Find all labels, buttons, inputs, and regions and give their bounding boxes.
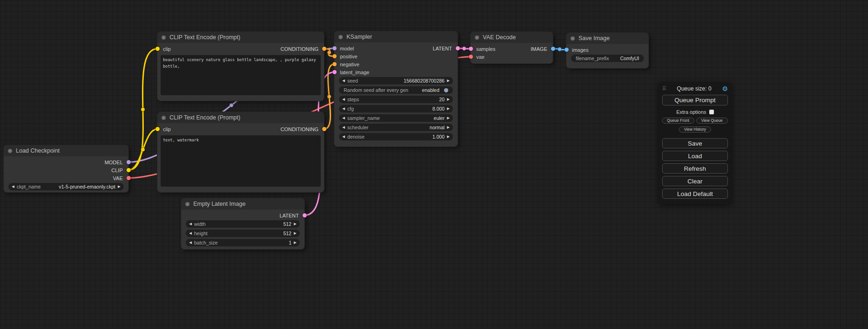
load-default-button[interactable]: Load Default [662,189,728,199]
sampler-name-widget[interactable]: ◀ sampler_name euler ▶ [339,114,453,122]
vae-input-dot[interactable] [469,55,473,59]
collapse-dot-icon[interactable] [162,35,166,40]
node-vae-decode[interactable]: VAE Decode samples IMAGE vae [471,32,553,63]
prompt-text-area[interactable]: beautiful scenery nature glass bottle la… [161,55,321,95]
increment-arrow-icon[interactable]: ▶ [294,222,296,226]
increment-arrow-icon[interactable]: ▶ [294,231,296,235]
widget-label: cfg [347,106,354,112]
output-label-conditioning: CONDITIONING [281,46,318,52]
collapse-dot-icon[interactable] [8,149,12,153]
prompt-text-area[interactable]: text, watermark [161,135,321,187]
node-clip-text-encode-negative[interactable]: CLIP Text Encode (Prompt) clip CONDITION… [157,112,324,192]
seed-widget[interactable]: ◀ seed 156680208700286 ▶ [339,77,453,84]
decrement-arrow-icon[interactable]: ◀ [342,107,345,111]
node-title-bar[interactable]: CLIP Text Encode (Prompt) [157,112,324,123]
negative-input-dot[interactable] [332,62,337,66]
decrement-arrow-icon[interactable]: ◀ [12,185,14,189]
vae-output-dot[interactable] [127,176,131,180]
widget-label: seed [347,78,358,84]
queue-menu-panel: ⠿ Queue size: 0 ⚙ Queue Prompt Extra opt… [658,82,732,204]
save-button[interactable]: Save [662,138,728,148]
scheduler-widget[interactable]: ◀ scheduler normal ▶ [339,124,453,131]
latent-image-input-dot[interactable] [332,70,337,74]
increment-arrow-icon[interactable]: ▶ [447,116,450,120]
positive-input-dot[interactable] [332,54,337,58]
collapse-dot-icon[interactable] [162,116,166,120]
increment-arrow-icon[interactable]: ▶ [447,126,450,129]
node-title: VAE Decode [483,34,516,41]
collapse-dot-icon[interactable] [339,35,343,39]
increment-arrow-icon[interactable]: ▶ [447,98,450,101]
decrement-arrow-icon[interactable]: ◀ [189,222,192,226]
increment-arrow-icon[interactable]: ▶ [118,185,120,189]
denoise-widget[interactable]: ◀ denoise 1.000 ▶ [339,133,453,140]
slot-row: positive [334,52,458,60]
node-title-bar[interactable]: Empty Latent Image [181,198,304,210]
latent-output-dot[interactable] [303,213,307,217]
clip-input-dot[interactable] [155,47,160,51]
ckpt-name-widget[interactable]: ◀ ckpt_name v1-5-pruned-emaonly.ckpt ▶ [8,183,124,190]
node-save-image[interactable]: Save Image images filename_prefix ComfyU… [566,33,649,68]
decrement-arrow-icon[interactable]: ◀ [189,231,192,235]
collapse-dot-icon[interactable] [185,202,190,206]
view-queue-button[interactable]: View Queue [696,118,728,124]
image-output-dot[interactable] [551,47,555,51]
node-empty-latent-image[interactable]: Empty Latent Image LATENT ◀ width 512 ▶ … [181,198,304,249]
decrement-arrow-icon[interactable]: ◀ [342,135,345,139]
input-label-model: model [340,46,354,51]
clip-output-dot[interactable] [127,168,131,172]
toggle-dot-icon[interactable] [444,88,448,92]
extra-options-checkbox[interactable] [709,110,714,114]
node-clip-text-encode-positive[interactable]: CLIP Text Encode (Prompt) clip CONDITION… [157,32,324,101]
batch-size-widget[interactable]: ◀ batch_size 1 ▶ [186,239,300,246]
queue-front-button[interactable]: Queue Front [662,118,694,124]
slot-row: images [566,46,649,54]
images-input-dot[interactable] [565,48,569,52]
view-history-button[interactable]: View History [679,126,711,133]
model-input-dot[interactable] [332,46,337,50]
height-widget[interactable]: ◀ height 512 ▶ [186,230,300,237]
width-widget[interactable]: ◀ width 512 ▶ [186,220,300,228]
increment-arrow-icon[interactable]: ▶ [447,107,450,111]
queue-prompt-button[interactable]: Queue Prompt [662,95,728,105]
widget-label: steps [347,97,359,102]
node-load-checkpoint[interactable]: Load Checkpoint MODEL CLIP VAE ◀ ckpt_na… [4,145,128,192]
decrement-arrow-icon[interactable]: ◀ [342,126,345,129]
increment-arrow-icon[interactable]: ▶ [447,135,450,139]
widget-label: ckpt_name [17,184,41,189]
node-title-bar[interactable]: CLIP Text Encode (Prompt) [157,32,324,43]
filename-prefix-widget[interactable]: filename_prefix ComfyUI [571,55,644,62]
decrement-arrow-icon[interactable]: ◀ [342,116,345,120]
conditioning-output-dot[interactable] [322,47,326,51]
clear-button[interactable]: Clear [662,176,728,186]
extra-options-row: Extra options [662,109,728,115]
conditioning-output-dot[interactable] [322,127,326,131]
input-label-clip: clip [163,126,171,132]
node-title-bar[interactable]: VAE Decode [471,32,553,43]
samples-input-dot[interactable] [469,47,473,51]
decrement-arrow-icon[interactable]: ◀ [189,241,192,245]
settings-gear-icon[interactable]: ⚙ [722,85,728,92]
graph-canvas[interactable]: Load Checkpoint MODEL CLIP VAE ◀ ckpt_na… [0,0,868,329]
node-title-bar[interactable]: Load Checkpoint [4,145,128,156]
refresh-button[interactable]: Refresh [662,163,728,174]
history-row: View History [662,126,728,133]
node-title-bar[interactable]: KSampler [334,31,458,42]
clip-input-dot[interactable] [155,127,160,131]
increment-arrow-icon[interactable]: ▶ [447,79,450,83]
load-button[interactable]: Load [662,151,728,161]
cfg-widget[interactable]: ◀ cfg 8.000 ▶ [339,105,453,112]
collapse-dot-icon[interactable] [475,35,479,40]
increment-arrow-icon[interactable]: ▶ [294,241,296,245]
random-seed-widget[interactable]: Random seed after every gen enabled [339,86,453,94]
decrement-arrow-icon[interactable]: ◀ [342,98,345,101]
collapse-dot-icon[interactable] [571,36,575,41]
model-output-dot[interactable] [127,160,131,164]
drag-handle-icon[interactable]: ⠿ [662,85,666,92]
slot-row: CLIP [4,166,128,174]
node-title-bar[interactable]: Save Image [566,33,649,44]
decrement-arrow-icon[interactable]: ◀ [342,79,345,83]
steps-widget[interactable]: ◀ steps 20 ▶ [339,96,453,103]
node-ksampler[interactable]: KSampler model LATENT positive negative … [334,31,458,147]
latent-output-dot[interactable] [456,46,460,50]
